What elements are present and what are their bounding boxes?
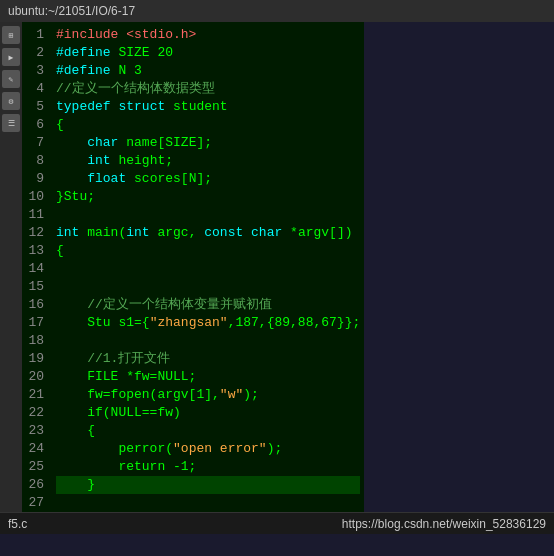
line-number: 24 — [26, 440, 44, 458]
line-number: 16 — [26, 296, 44, 314]
line-number: 4 — [26, 80, 44, 98]
code-line: Stu s1={"zhangsan",187,{89,88,67}}; — [56, 314, 360, 332]
code-line: { — [56, 242, 360, 260]
code-line — [56, 278, 360, 296]
code-line: } — [56, 476, 360, 494]
title-text: ubuntu:~/21051/IO/6-17 — [8, 4, 135, 18]
code-line: typedef struct student — [56, 98, 360, 116]
line-number: 20 — [26, 368, 44, 386]
code-line: //定义一个结构体数据类型 — [56, 80, 360, 98]
status-bar: f5.c https://blog.csdn.net/weixin_528361… — [0, 512, 554, 534]
line-number: 1 — [26, 26, 44, 44]
line-number: 2 — [26, 44, 44, 62]
line-number: 13 — [26, 242, 44, 260]
line-number: 6 — [26, 116, 44, 134]
code-line — [56, 494, 360, 512]
line-number: 19 — [26, 350, 44, 368]
line-number: 15 — [26, 278, 44, 296]
code-line — [56, 260, 360, 278]
line-numbers: 1234567891011121314151617181920212223242… — [22, 22, 52, 512]
line-number: 10 — [26, 188, 44, 206]
line-number: 26 — [26, 476, 44, 494]
sidebar-icon-2[interactable]: ▶ — [2, 48, 20, 66]
title-bar: ubuntu:~/21051/IO/6-17 — [0, 0, 554, 22]
code-line: if(NULL==fw) — [56, 404, 360, 422]
code-line: #define N 3 — [56, 62, 360, 80]
line-number: 8 — [26, 152, 44, 170]
code-line: float scores[N]; — [56, 170, 360, 188]
code-line: char name[SIZE]; — [56, 134, 360, 152]
code-line: return -1; — [56, 458, 360, 476]
line-number: 11 — [26, 206, 44, 224]
line-number: 22 — [26, 404, 44, 422]
line-number: 12 — [26, 224, 44, 242]
code-line: #define SIZE 20 — [56, 44, 360, 62]
line-number: 18 — [26, 332, 44, 350]
line-number: 25 — [26, 458, 44, 476]
code-line: FILE *fw=NULL; — [56, 368, 360, 386]
sidebar-icon-4[interactable]: ⚙ — [2, 92, 20, 110]
line-number: 3 — [26, 62, 44, 80]
code-line: #include <stdio.h> — [56, 26, 360, 44]
line-number: 27 — [26, 494, 44, 512]
code-line: { — [56, 116, 360, 134]
code-line: perror("open error"); — [56, 440, 360, 458]
line-number: 21 — [26, 386, 44, 404]
sidebar: ⊞ ▶ ✎ ⚙ ☰ — [0, 22, 22, 512]
sidebar-icon-3[interactable]: ✎ — [2, 70, 20, 88]
code-line: fw=fopen(argv[1],"w"); — [56, 386, 360, 404]
code-line: int main(int argc, const char *argv[]) — [56, 224, 360, 242]
sidebar-icon-1[interactable]: ⊞ — [2, 26, 20, 44]
line-number: 23 — [26, 422, 44, 440]
code-line: { — [56, 422, 360, 440]
code-line: //定义一个结构体变量并赋初值 — [56, 296, 360, 314]
code-line — [56, 206, 360, 224]
code-line — [56, 332, 360, 350]
line-number: 5 — [26, 98, 44, 116]
sidebar-icon-5[interactable]: ☰ — [2, 114, 20, 132]
line-number: 7 — [26, 134, 44, 152]
line-number: 14 — [26, 260, 44, 278]
line-number: 17 — [26, 314, 44, 332]
code-line: }Stu; — [56, 188, 360, 206]
status-url: https://blog.csdn.net/weixin_52836129 — [342, 517, 546, 531]
code-line: int height; — [56, 152, 360, 170]
line-number: 9 — [26, 170, 44, 188]
code-area[interactable]: #include <stdio.h>#define SIZE 20#define… — [52, 22, 364, 512]
code-line: //1.打开文件 — [56, 350, 360, 368]
status-filename: f5.c — [8, 517, 27, 531]
